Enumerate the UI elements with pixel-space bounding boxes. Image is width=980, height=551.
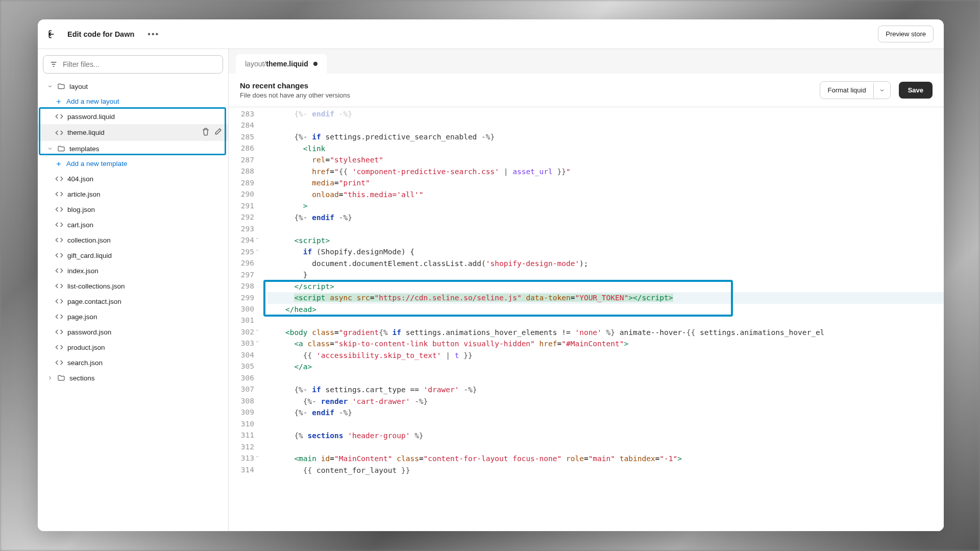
topbar: Edit code for Dawn ••• Preview store: [38, 19, 944, 49]
file-label: search.json: [67, 359, 103, 367]
unsaved-indicator-icon: [313, 62, 317, 66]
add-templates-link[interactable]: Add a new template: [38, 156, 228, 171]
page-title: Edit code for Dawn: [67, 30, 134, 38]
editor-header-actions: Format liquid Save: [820, 81, 933, 99]
code-line-313[interactable]: <main id="MainContent" class="content-fo…: [267, 453, 944, 465]
code-line-283[interactable]: {%- endif -%}: [267, 108, 944, 120]
file-label: page.contact.json: [67, 298, 121, 305]
code-line-310[interactable]: [267, 419, 944, 430]
file-label: blog.json: [67, 206, 95, 213]
save-button[interactable]: Save: [899, 82, 933, 99]
file-theme-liquid[interactable]: theme.liquid: [38, 124, 228, 141]
filter-input-field[interactable]: [63, 60, 216, 68]
code-line-304[interactable]: {{ 'accessibility.skip_to_text' | t }}: [267, 350, 944, 362]
code-content[interactable]: {%- endif -%} {%- if settings.predictive…: [257, 107, 944, 531]
line-gutter: 2832842852862872882892902912922932942952…: [229, 107, 257, 531]
file-404-json[interactable]: 404.json: [38, 171, 228, 186]
code-line-284[interactable]: [267, 120, 944, 132]
code-line-299[interactable]: <script async src="https://cdn.seline.so…: [267, 292, 944, 304]
file-page-json[interactable]: page.json: [38, 309, 228, 324]
folder-layout[interactable]: layout: [38, 79, 228, 94]
file-gift_card-liquid[interactable]: gift_card.liquid: [38, 248, 228, 263]
file-label: page.json: [67, 313, 97, 321]
file-index-json[interactable]: index.json: [38, 263, 228, 278]
folder-sections[interactable]: sections: [38, 370, 228, 386]
code-line-296[interactable]: document.documentElement.classList.add('…: [267, 258, 944, 270]
tab-path-prefix: layout/: [245, 60, 266, 68]
tab-filename: theme.liquid: [266, 60, 308, 68]
main-area: layoutAdd a new layoutpassword.liquidthe…: [38, 49, 944, 531]
file-label: index.json: [67, 267, 99, 275]
code-line-289[interactable]: media="print": [267, 177, 944, 189]
code-editor[interactable]: 2832842852862872882892902912922932942952…: [229, 107, 944, 531]
code-line-294[interactable]: <script>: [267, 235, 944, 247]
exit-icon[interactable]: [48, 30, 57, 39]
rename-file-icon[interactable]: [214, 128, 222, 137]
editor-header-info: No recent changes File does not have any…: [240, 81, 350, 99]
file-blog-json[interactable]: blog.json: [38, 202, 228, 217]
recent-changes-title: No recent changes: [240, 81, 350, 90]
code-line-295[interactable]: if (Shopify.designMode) {: [267, 246, 944, 258]
add-layout-link[interactable]: Add a new layout: [38, 94, 228, 109]
file-cart-json[interactable]: cart.json: [38, 217, 228, 232]
format-liquid-label: Format liquid: [820, 82, 873, 99]
code-line-285[interactable]: {%- if settings.predictive_search_enable…: [267, 131, 944, 143]
file-collection-json[interactable]: collection.json: [38, 232, 228, 248]
folder-label: sections: [69, 374, 95, 382]
code-line-302[interactable]: <body class="gradient{% if settings.anim…: [267, 327, 944, 339]
code-line-312[interactable]: [267, 442, 944, 453]
code-line-288[interactable]: href="{{ 'component-predictive-search.cs…: [267, 166, 944, 178]
file-label: password.liquid: [67, 113, 115, 121]
delete-file-icon[interactable]: [202, 128, 210, 137]
editor-header: No recent changes File does not have any…: [229, 74, 944, 107]
format-dropdown-icon[interactable]: [873, 83, 890, 98]
file-password-liquid[interactable]: password.liquid: [38, 109, 228, 124]
editor-tab[interactable]: layout/theme.liquid: [236, 54, 327, 74]
code-line-301[interactable]: [267, 315, 944, 327]
code-line-297[interactable]: }: [267, 269, 944, 281]
file-label: 404.json: [67, 175, 93, 183]
file-label: collection.json: [67, 236, 111, 244]
file-page-contact-json[interactable]: page.contact.json: [38, 294, 228, 309]
more-menu-icon[interactable]: •••: [144, 30, 162, 39]
file-label: cart.json: [67, 221, 93, 229]
preview-store-button[interactable]: Preview store: [878, 26, 934, 42]
code-line-291[interactable]: >: [267, 200, 944, 212]
filter-files-input[interactable]: [43, 55, 223, 74]
file-tree: layoutAdd a new layoutpassword.liquidthe…: [38, 79, 228, 531]
file-product-json[interactable]: product.json: [38, 340, 228, 355]
code-line-287[interactable]: rel="stylesheet": [267, 154, 944, 166]
code-line-298[interactable]: </script>: [267, 281, 944, 293]
code-line-303[interactable]: <a class="skip-to-content-link button vi…: [267, 338, 944, 350]
code-line-314[interactable]: {{ content_for_layout }}: [267, 465, 944, 476]
code-line-290[interactable]: onload="this.media='all'": [267, 189, 944, 201]
add-link-label: Add a new template: [66, 160, 127, 167]
file-label: theme.liquid: [67, 129, 105, 136]
code-line-311[interactable]: {% sections 'header-group' %}: [267, 430, 944, 442]
file-list-collections-json[interactable]: list-collections.json: [38, 278, 228, 294]
tab-bar: layout/theme.liquid: [229, 49, 944, 74]
folder-label: templates: [69, 145, 100, 153]
file-search-json[interactable]: search.json: [38, 355, 228, 370]
file-sidebar: layoutAdd a new layoutpassword.liquidthe…: [38, 49, 229, 531]
code-line-306[interactable]: [267, 373, 944, 385]
code-line-292[interactable]: {%- endif -%}: [267, 212, 944, 224]
file-label: article.json: [67, 190, 101, 198]
code-line-293[interactable]: [267, 223, 944, 235]
code-line-308[interactable]: {%- render 'cart-drawer' -%}: [267, 396, 944, 408]
code-line-286[interactable]: <link: [267, 143, 944, 155]
recent-changes-subtitle: File does not have any other versions: [240, 91, 350, 99]
file-label: gift_card.liquid: [67, 252, 112, 259]
file-article-json[interactable]: article.json: [38, 186, 228, 202]
code-line-305[interactable]: </a>: [267, 361, 944, 373]
folder-templates[interactable]: templates: [38, 141, 228, 156]
code-line-309[interactable]: {%- endif -%}: [267, 407, 944, 419]
code-line-307[interactable]: {%- if settings.cart_type == 'drawer' -%…: [267, 384, 944, 396]
file-password-json[interactable]: password.json: [38, 324, 228, 340]
format-liquid-button[interactable]: Format liquid: [820, 81, 890, 99]
editor-area: layout/theme.liquid No recent changes Fi…: [229, 49, 944, 531]
app-window: Edit code for Dawn ••• Preview store lay…: [38, 19, 944, 531]
file-label: list-collections.json: [67, 282, 125, 290]
code-line-300[interactable]: </head>: [267, 304, 944, 316]
file-label: product.json: [67, 344, 105, 351]
